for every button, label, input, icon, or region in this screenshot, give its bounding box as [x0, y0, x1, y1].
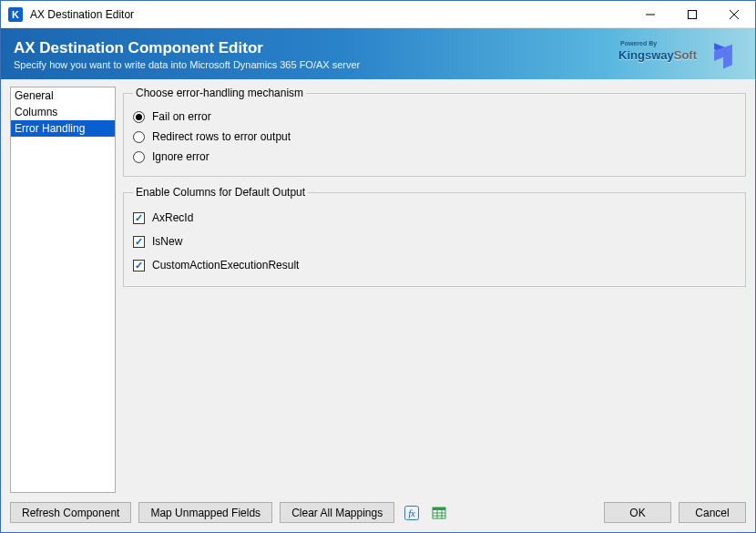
check-label: IsNew [152, 235, 182, 248]
content-area: General Columns Error Handling Choose er… [1, 79, 755, 493]
svg-rect-1 [689, 10, 697, 18]
sidebar-item-error-handling[interactable]: Error Handling [11, 120, 115, 137]
refresh-component-button[interactable]: Refresh Component [10, 502, 131, 523]
checkbox-icon [133, 260, 145, 272]
checkbox-icon [133, 236, 145, 248]
radio-icon [133, 151, 145, 163]
kingswaysoft-logo: Powered By KingswaySoft [618, 48, 697, 62]
svg-rect-7 [433, 507, 445, 510]
fx-icon-button[interactable]: fx [402, 503, 422, 523]
close-button[interactable] [713, 1, 755, 28]
radio-label: Fail on error [152, 110, 211, 123]
svg-text:fx: fx [409, 508, 416, 518]
check-customactionexecutionresult[interactable]: CustomActionExecutionResult [133, 253, 736, 277]
main-panel: Choose error-handling mechanism Fail on … [123, 87, 746, 493]
enable-columns-group: Enable Columns for Default Output AxRecI… [123, 186, 746, 287]
error-handling-legend: Choose error-handling mechanism [133, 87, 306, 99]
banner-subtitle: Specify how you want to write data into … [14, 59, 618, 70]
check-isnew[interactable]: IsNew [133, 230, 736, 253]
window-title: AX Destination Editor [30, 8, 134, 21]
radio-fail-on-error[interactable]: Fail on error [133, 107, 736, 127]
radio-redirect-rows[interactable]: Redirect rows to error output [133, 127, 736, 147]
minimize-button[interactable] [629, 1, 671, 28]
sidebar-item-general[interactable]: General [11, 87, 115, 104]
radio-icon [133, 111, 145, 123]
table-icon-button[interactable] [429, 503, 449, 523]
ok-button[interactable]: OK [604, 502, 671, 523]
radio-label: Ignore error [152, 150, 209, 163]
banner-logos: Powered By KingswaySoft [618, 39, 742, 70]
maximize-button[interactable] [671, 1, 713, 28]
clear-all-mappings-button[interactable]: Clear All Mappings [280, 502, 394, 523]
enable-columns-legend: Enable Columns for Default Output [133, 186, 308, 199]
footer: Refresh Component Map Unmapped Fields Cl… [1, 493, 755, 532]
dynamics-logo-icon [708, 39, 739, 70]
check-label: CustomActionExecutionResult [152, 259, 299, 272]
check-label: AxRecId [152, 211, 193, 224]
banner: AX Destination Component Editor Specify … [1, 28, 755, 79]
sidebar-item-columns[interactable]: Columns [11, 104, 115, 120]
sidebar: General Columns Error Handling [10, 87, 116, 493]
radio-ignore-error[interactable]: Ignore error [133, 147, 736, 167]
checkbox-icon [133, 212, 145, 224]
error-handling-group: Choose error-handling mechanism Fail on … [123, 87, 746, 177]
window-root: K AX Destination Editor AX Destination C… [0, 0, 756, 533]
map-unmapped-fields-button[interactable]: Map Unmapped Fields [138, 502, 272, 523]
cancel-button[interactable]: Cancel [679, 502, 746, 523]
radio-icon [133, 131, 145, 143]
titlebar: K AX Destination Editor [1, 1, 755, 28]
app-icon: K [8, 7, 23, 22]
radio-label: Redirect rows to error output [152, 130, 291, 143]
check-axrecid[interactable]: AxRecId [133, 206, 736, 230]
banner-title: AX Destination Component Editor [14, 39, 618, 57]
